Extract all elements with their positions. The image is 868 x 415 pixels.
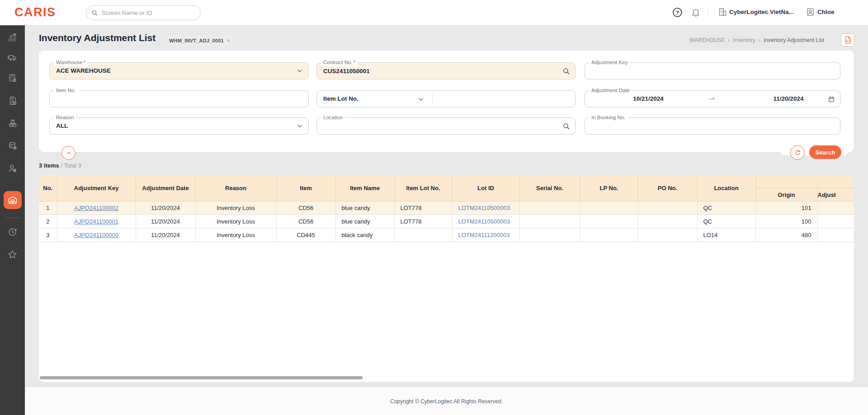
cell-item_name: blue candy [335,201,394,215]
user-name[interactable]: Chloe [817,9,835,15]
adjustment-date-field[interactable]: Adjustment Date 10/21/2024 11/20/2024 [585,90,840,107]
in-booking-no-input[interactable] [585,118,840,134]
cell-no: 3 [39,228,57,242]
horizontal-scrollbar[interactable] [40,376,363,379]
chevron-down-icon[interactable] [417,96,425,103]
sidebar-item-master-data[interactable] [0,137,25,155]
cell-origin: 101 [755,201,817,215]
results-table-card: No.Adjustment KeyAdjustment DateReasonIt… [39,175,854,382]
search-button[interactable]: Search [809,145,841,159]
cell-item: CD56 [276,215,335,228]
item-lot-no-dropdown[interactable]: Item Lot No. [323,91,359,107]
cell-lp_no [580,201,638,215]
reason-select[interactable]: Reason ALL [49,117,309,135]
favorite-star-icon[interactable]: ★ [226,38,231,43]
adjustment-key-field: Adjustment Key [585,62,840,79]
breadcrumb-separator: › [759,37,760,43]
qty-sub-header[interactable]: Origin [755,188,817,201]
sidebar-divider [5,218,19,218]
company-name[interactable]: CyberLogitec VietNa... [729,9,794,15]
caris-logo[interactable]: CARIS [14,5,56,19]
sidebar-item-warehouse-active[interactable] [4,191,22,209]
sidebar-item-analytics[interactable]: $ [0,28,25,47]
export-xls-button[interactable]: XLS [841,33,854,47]
in-booking-no-field: In Booking No. [585,117,840,135]
location-input[interactable] [317,118,575,134]
cell-no: 1 [39,201,57,215]
screen-search-input[interactable] [101,9,200,17]
master-data-icon [8,141,18,151]
qty-sub-header[interactable]: Adjust [817,188,854,201]
cell-serial_no [519,228,580,242]
item-no-input[interactable] [50,91,308,107]
date-from[interactable]: 10/21/2024 [612,91,684,107]
reason-value: ALL [56,118,68,134]
cell-adjust [817,215,854,228]
calendar-icon[interactable] [828,96,835,103]
favorites-star-icon [7,249,18,260]
copyright-text: Copyright © CyberLogitec All Rights Rese… [390,398,503,405]
cell-lot_id: LOTM24110500003 [452,201,519,215]
column-header[interactable]: LP No. [580,175,638,201]
user-icon [806,7,815,17]
column-header[interactable]: Adjustment Key [57,175,136,201]
cell-location: QC [697,201,755,215]
column-header[interactable]: Reason [195,175,276,201]
collapse-filters-button[interactable] [61,146,75,160]
top-bar: CARIS ? CyberLogitec VietNa... Chloe [0,0,868,25]
screen-id: WHM_INVT_ADJ_0001 [169,38,224,43]
qty-group-header: Qty [755,175,854,188]
search-icon[interactable] [562,67,570,75]
column-header[interactable]: PO No. [638,175,697,201]
item-no-field: Item No. [49,90,309,107]
column-header[interactable]: Adjustment Date [136,175,195,201]
cell-lot_id: LOTM24110500003 [452,215,519,228]
lot-id-link[interactable]: LOTM24110500003 [458,205,510,211]
page-title: Inventory Adjustment List [39,33,156,43]
cell-adjustment_date: 11/20/2024 [136,228,195,242]
sidebar-item-inventory[interactable] [0,114,25,132]
contract-no-input[interactable] [317,63,575,79]
table-row[interactable]: 2AJPQ24110000111/20/2024Inventory LossCD… [39,215,854,228]
warehouse-select[interactable]: Warehouse* ACE WAREHOUSE [49,62,309,79]
contract-no-field: Contract No.* [316,62,576,79]
help-icon[interactable]: ? [672,7,683,18]
reset-button[interactable] [790,145,805,160]
items-count: 3 items [39,162,59,169]
adjustment-key-link[interactable]: AJPQ241100002 [74,205,118,211]
table-row[interactable]: 1AJPQ24110000211/20/2024Inventory LossCD… [39,201,854,215]
sidebar-item-history[interactable] [0,223,25,241]
adjustment-key-link[interactable]: AJPQ241100000 [74,232,118,238]
column-header[interactable]: Lot ID [452,175,519,201]
sidebar-item-users[interactable] [0,159,25,177]
column-header[interactable]: No. [39,175,57,201]
cell-item: CD56 [276,201,335,215]
sidebar-item-favorites[interactable] [0,245,25,263]
column-header[interactable]: Item Name [335,175,394,201]
page-footer: Copyright © CyberLogitec All Rights Rese… [25,387,868,415]
adjustment-key-input[interactable] [585,63,840,79]
cell-reason: Inventory Loss [195,215,276,228]
breadcrumb-item[interactable]: Inventory [733,37,755,43]
history-clock-icon [7,227,18,237]
breadcrumb-item[interactable]: Inventory Adjustment List [764,37,824,43]
adjustment-key-link[interactable]: AJPQ241100001 [74,218,118,225]
column-header[interactable]: Location [697,175,755,201]
cell-origin: 480 [755,228,817,242]
result-summary: 3 items / Total 3 [39,162,81,169]
lot-id-link[interactable]: LOTM24111200003 [458,232,510,238]
location-field: Location [316,117,576,135]
search-icon[interactable] [562,122,570,130]
item-lot-no-input[interactable] [433,91,576,107]
column-header[interactable]: Serial No. [519,175,580,201]
date-to[interactable]: 11/20/2024 [752,91,825,107]
column-header[interactable]: Item [276,175,335,201]
sidebar-item-logistics[interactable] [0,48,25,66]
lot-id-link[interactable]: LOTM24110500003 [458,218,510,225]
sidebar-item-billing[interactable]: $ [0,69,25,87]
table-row[interactable]: 3AJPQ24110000011/20/2024Inventory LossCD… [39,228,854,242]
breadcrumb-item[interactable]: WAREHOUSE [689,37,725,43]
column-header[interactable]: Item Lot No. [394,175,452,201]
bell-icon[interactable] [691,7,701,17]
sidebar-item-reports[interactable]: $ [0,92,25,110]
